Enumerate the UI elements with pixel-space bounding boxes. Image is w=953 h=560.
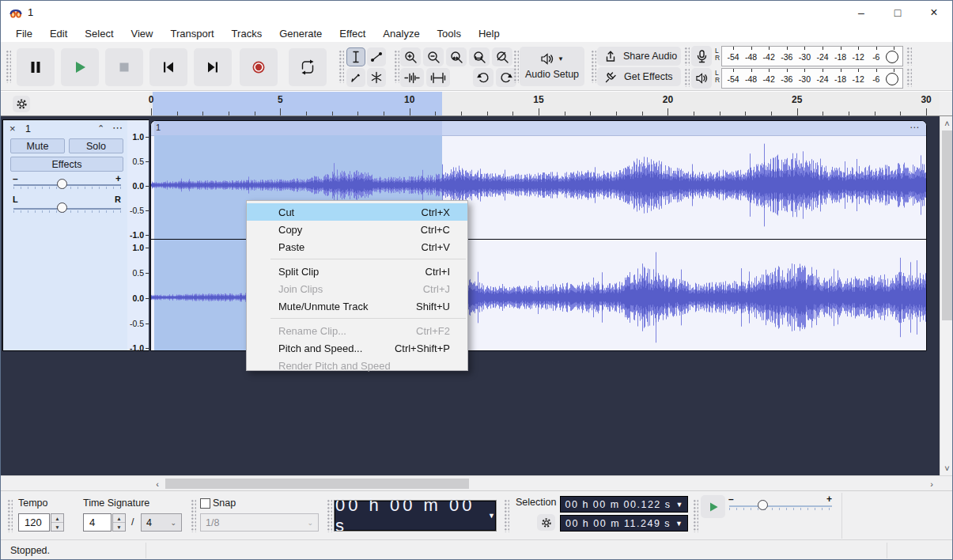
playback-meter-grip[interactable] — [684, 68, 690, 87]
menu-help[interactable]: Help — [470, 26, 509, 41]
horizontal-scrollbar-thumb[interactable] — [165, 479, 469, 489]
skip-to-end-button[interactable] — [194, 48, 232, 86]
track-collapse-icon[interactable]: ⌃ — [97, 123, 104, 134]
snap-checkbox[interactable] — [200, 498, 210, 509]
maximize-button[interactable]: □ — [882, 2, 913, 24]
vertical-scale-ruler[interactable]: 1.00.50.0-0.5-1.01.00.50.0-0.5-1.0 — [127, 119, 149, 351]
solo-button[interactable]: Solo — [69, 138, 123, 153]
minimize-button[interactable]: – — [845, 2, 877, 24]
audio-position-display[interactable]: 00 h 00 m 00 s ▼ — [335, 501, 496, 531]
undo-button[interactable] — [473, 68, 494, 87]
scroll-left-icon[interactable]: ‹ — [151, 478, 164, 490]
fit-selection-button[interactable] — [446, 47, 467, 66]
play-at-speed-button[interactable] — [701, 495, 725, 518]
menu-generate[interactable]: Generate — [270, 26, 331, 41]
time-signature-toolbar-grip[interactable] — [7, 499, 13, 532]
trim-outside-selection-button[interactable] — [400, 68, 424, 87]
mute-button[interactable]: Mute — [10, 138, 65, 153]
scroll-right-icon[interactable]: › — [925, 478, 938, 490]
context-menu-item[interactable]: Mute/Unmute TrackShift+U — [247, 297, 467, 315]
menu-select[interactable]: Select — [76, 26, 122, 41]
silence-selection-button[interactable] — [426, 68, 450, 87]
track-name[interactable]: 1 — [25, 123, 31, 134]
skip-to-start-button[interactable] — [149, 48, 187, 86]
edit-toolbar-grip[interactable] — [394, 50, 399, 83]
track-menu-icon[interactable]: ⋯ — [112, 122, 123, 134]
vertical-scrollbar-thumb[interactable] — [942, 131, 952, 320]
time-signature-upper-input[interactable]: 4 — [83, 513, 112, 532]
menu-analyze[interactable]: Analyze — [374, 26, 428, 41]
audio-setup-button[interactable]: ▼ Audio Setup — [520, 47, 584, 86]
menu-view[interactable]: View — [123, 26, 162, 41]
speed-slider-track[interactable] — [729, 505, 832, 507]
menu-tools[interactable]: Tools — [429, 26, 470, 41]
time-toolbar-grip[interactable] — [327, 499, 332, 532]
scroll-down-icon[interactable]: ˅ — [940, 463, 953, 474]
context-menu-item[interactable]: Join ClipsCtrl+J — [247, 280, 467, 297]
track-control-panel[interactable]: × 1 ⌃ ⋯ Mute Solo Effects – + L R — [2, 119, 127, 351]
selection-end-display[interactable]: 00 h 00 m 11.249 s ▼ — [560, 515, 688, 532]
selection-tool-button[interactable] — [346, 47, 365, 66]
play-button[interactable] — [61, 48, 99, 86]
meter-grip-3[interactable] — [906, 68, 912, 87]
pause-button[interactable] — [17, 48, 55, 86]
record-button[interactable] — [240, 48, 278, 86]
zoom-out-button[interactable] — [423, 47, 444, 66]
title-bar[interactable]: 1 – □ × — [1, 1, 952, 25]
effects-button[interactable]: Effects — [10, 157, 123, 172]
context-menu-item[interactable]: CopyCtrl+C — [247, 221, 467, 238]
audio-setup-toolbar-grip[interactable] — [513, 50, 519, 83]
share-audio-button[interactable]: Share Audio — [597, 47, 681, 66]
pan-slider-thumb[interactable] — [57, 202, 67, 213]
snap-toolbar-grip[interactable] — [191, 499, 196, 532]
stop-button[interactable] — [105, 48, 143, 86]
record-meter-grip[interactable] — [684, 47, 690, 66]
draw-tool-button[interactable] — [346, 68, 365, 87]
pan-slider-track[interactable] — [13, 208, 121, 210]
selection-toolbar-grip[interactable] — [504, 499, 509, 532]
menu-effect[interactable]: Effect — [331, 26, 374, 41]
context-menu-item[interactable]: Render Pitch and Speed — [247, 357, 467, 374]
close-button[interactable]: × — [918, 2, 950, 24]
tools-toolbar-grip[interactable] — [338, 50, 344, 83]
menu-transport[interactable]: Transport — [161, 26, 222, 41]
selection-options-button[interactable] — [537, 514, 555, 531]
record-meter-button[interactable] — [691, 46, 712, 66]
context-menu-item[interactable]: Pitch and Speed...Ctrl+Shift+P — [247, 339, 467, 357]
timeline-ruler[interactable]: 051015202530 — [149, 92, 940, 115]
context-menu-item[interactable]: Split ClipCtrl+I — [247, 263, 467, 280]
play-at-speed-grip[interactable] — [693, 499, 698, 532]
menu-file[interactable]: File — [7, 26, 41, 41]
get-effects-button[interactable]: Get Effects — [597, 67, 681, 86]
menu-edit[interactable]: Edit — [41, 26, 76, 41]
meter-grip-2[interactable] — [906, 47, 912, 66]
envelope-tool-button[interactable] — [367, 47, 386, 66]
snap-select[interactable]: 1/8⌄ — [200, 513, 319, 532]
fit-project-button[interactable] — [469, 47, 490, 66]
context-menu-item[interactable]: Rename Clip...Ctrl+F2 — [247, 322, 467, 339]
selection-start-display[interactable]: 00 h 00 m 00.122 s ▼ — [560, 496, 688, 513]
time-signature-spinner[interactable]: ▲▼ — [112, 513, 126, 532]
scroll-up-icon[interactable]: ˄ — [940, 118, 953, 129]
time-signature-lower-select[interactable]: 4⌄ — [141, 513, 182, 532]
playback-meter-button[interactable] — [691, 68, 712, 89]
context-menu-item[interactable]: CutCtrl+X — [247, 203, 467, 221]
tempo-spinner[interactable]: ▲▼ — [51, 513, 64, 532]
multi-tool-button[interactable] — [367, 68, 386, 87]
zoom-in-button[interactable] — [400, 47, 421, 66]
timeline-options-button[interactable] — [13, 96, 30, 112]
menu-tracks[interactable]: Tracks — [223, 26, 271, 41]
record-meter[interactable]: -54-48-42-36-30-24-18-12-6 — [721, 46, 903, 66]
share-toolbar-grip[interactable] — [591, 50, 596, 83]
zoom-toggle-button[interactable] — [492, 47, 512, 66]
track-close-icon[interactable]: × — [9, 123, 16, 134]
clip-menu-icon[interactable]: ⋯ — [910, 122, 920, 133]
speed-slider-thumb[interactable] — [758, 500, 768, 510]
gain-slider-track[interactable] — [13, 184, 121, 186]
transport-toolbar-grip[interactable] — [6, 50, 11, 83]
vertical-scrollbar[interactable]: ˄ ˅ — [940, 116, 953, 475]
loop-button[interactable] — [289, 48, 327, 86]
gain-slider-thumb[interactable] — [57, 179, 67, 189]
tempo-input[interactable]: 120 — [18, 513, 50, 532]
context-menu-item[interactable]: PasteCtrl+V — [247, 238, 467, 255]
